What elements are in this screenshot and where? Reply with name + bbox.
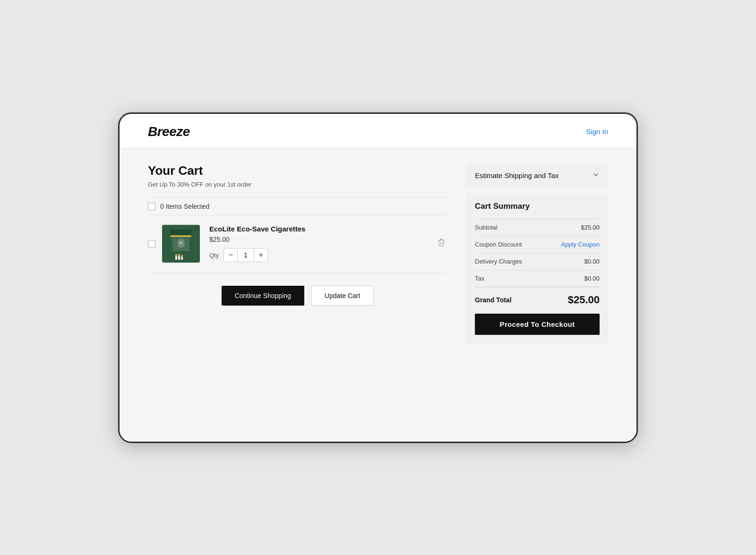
- cart-promo: Get Up To 30% OFF on your 1st order: [148, 181, 447, 188]
- coupon-label: Coupon Discount: [475, 241, 522, 248]
- cart-summary-box: Cart Summary Subtotal $25.00 Coupon Disc…: [466, 193, 608, 344]
- cart-panel: Your Cart Get Up To 30% OFF on your 1st …: [148, 163, 447, 423]
- qty-control: − +: [223, 248, 268, 262]
- device-frame: Breeze Sign In Your Cart Get Up To 30% O…: [118, 112, 638, 443]
- select-all-checkbox[interactable]: [148, 203, 155, 210]
- header: Breeze Sign In: [120, 114, 636, 148]
- svg-rect-2: [171, 235, 191, 237]
- estimate-shipping-label: Estimate Shipping and Tax: [475, 171, 558, 179]
- sign-in-link[interactable]: Sign In: [586, 128, 608, 136]
- svg-rect-8: [175, 254, 177, 256]
- subtotal-row: Subtotal $25.00: [475, 219, 600, 236]
- qty-increase-button[interactable]: +: [254, 248, 267, 262]
- cart-summary-title: Cart Summary: [475, 202, 600, 211]
- tax-value: $0.00: [584, 275, 600, 282]
- subtotal-value: $25.00: [581, 224, 600, 231]
- coupon-row: Coupon Discount Apply Coupon: [475, 236, 600, 253]
- qty-input[interactable]: [237, 248, 254, 262]
- logo: Breeze: [148, 124, 190, 139]
- subtotal-label: Subtotal: [475, 224, 498, 231]
- tax-row: Tax $0.00: [475, 270, 600, 287]
- grand-total-value: $25.00: [568, 294, 600, 306]
- qty-label: Qty: [209, 252, 219, 259]
- svg-rect-9: [178, 254, 180, 256]
- estimate-shipping-box[interactable]: Estimate Shipping and Tax: [466, 163, 608, 188]
- main-content: Your Cart Get Up To 30% OFF on your 1st …: [120, 148, 636, 442]
- item-details: EcoLite Eco-Save Cigarettes $25.00 Qty −…: [206, 225, 429, 262]
- cart-title: Your Cart: [148, 163, 447, 178]
- qty-decrease-button[interactable]: −: [224, 248, 237, 262]
- delivery-value: $0.00: [584, 258, 600, 265]
- apply-coupon-button[interactable]: Apply Coupon: [561, 241, 600, 248]
- summary-panel: Estimate Shipping and Tax Cart Summary S…: [466, 163, 608, 423]
- grand-total-label: Grand Total: [475, 296, 512, 304]
- update-cart-button[interactable]: Update Cart: [311, 286, 374, 306]
- svg-rect-1: [171, 230, 191, 236]
- select-all-label: 0 Items Selected: [160, 203, 209, 210]
- delete-icon[interactable]: [435, 236, 447, 251]
- qty-row: Qty − +: [209, 248, 429, 262]
- tax-label: Tax: [475, 275, 484, 282]
- item-price: $25.00: [209, 236, 429, 243]
- item-checkbox[interactable]: [148, 240, 155, 248]
- cart-actions: Continue Shopping Update Cart: [148, 286, 447, 306]
- item-name: EcoLite Eco-Save Cigarettes: [209, 225, 429, 233]
- delivery-label: Delivery Charges: [475, 258, 522, 265]
- delivery-row: Delivery Charges $0.00: [475, 253, 600, 270]
- product-image-svg: [169, 228, 193, 260]
- svg-rect-10: [181, 255, 183, 257]
- continue-shopping-button[interactable]: Continue Shopping: [222, 286, 304, 306]
- checkout-button[interactable]: Proceed To Checkout: [475, 314, 600, 335]
- chevron-down-icon: [592, 171, 600, 180]
- cart-item: EcoLite Eco-Save Cigarettes $25.00 Qty −…: [148, 215, 447, 273]
- select-all-row: 0 Items Selected: [148, 197, 447, 215]
- item-image: [162, 225, 200, 263]
- grand-total-row: Grand Total $25.00: [475, 287, 600, 314]
